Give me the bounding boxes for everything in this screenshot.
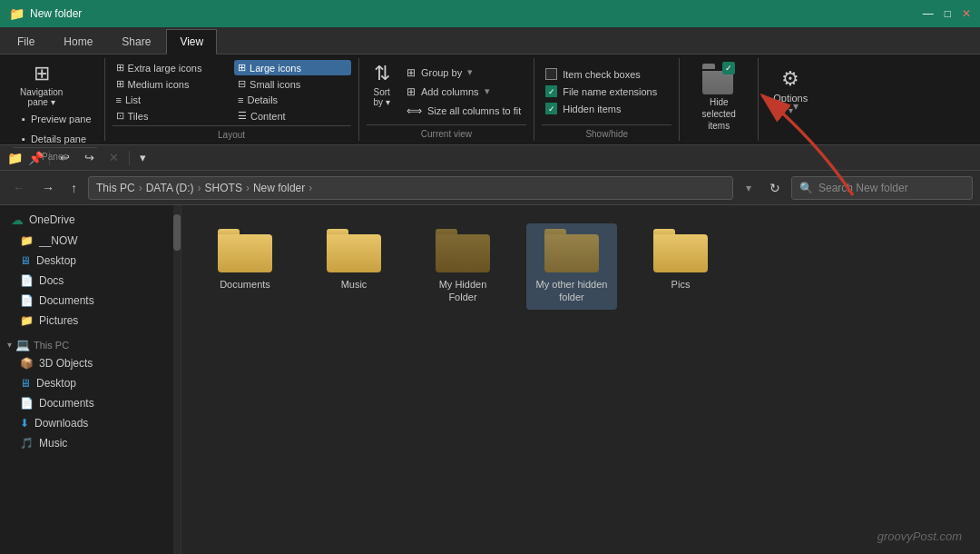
folder-hidden2-icon <box>544 229 599 272</box>
small-icons-button[interactable]: ⊟ Small icons <box>234 76 351 92</box>
item-checkboxes-button[interactable]: Item check boxes <box>542 66 644 82</box>
ribbon-group-options: ⚙ Options ▾ - <box>759 58 822 141</box>
this-pc-label: This PC <box>34 340 69 351</box>
details-button[interactable]: ≡ Details <box>234 93 351 107</box>
documents2-icon: 📄 <box>20 397 34 410</box>
details-pane-button[interactable]: ▪ Details pane <box>16 131 97 147</box>
extra-large-icon: ⊞ <box>116 62 124 74</box>
search-icon: 🔍 <box>799 182 813 194</box>
navigation-pane-button[interactable]: ⊞ Navigationpane ▾ <box>13 58 70 111</box>
sidebar-item-music[interactable]: 🎵 Music <box>0 433 181 453</box>
folder-pics[interactable]: Pics <box>635 223 726 310</box>
this-pc-arrow: ▾ <box>7 340 12 350</box>
sidebar-item-desktop[interactable]: 🖥 Desktop <box>0 251 181 271</box>
sidebar-scroll-thumb[interactable] <box>173 214 181 251</box>
quick-access-dropdown[interactable]: ▾ <box>135 149 151 166</box>
add-columns-button[interactable]: ⊞ Add columns ▾ <box>401 84 526 100</box>
3dobjects-label: 3D Objects <box>39 357 93 370</box>
sidebar-item-pictures[interactable]: 📁 Pictures <box>0 311 181 331</box>
quick-access-toolbar: 📁 📌 ↩ ↪ ✕ ▾ <box>0 145 980 171</box>
sidebar-item-documents[interactable]: 📄 Documents <box>0 291 181 311</box>
ribbon-group-showhide: Item check boxes File name extensions Hi… <box>534 58 680 141</box>
docs-icon: 📄 <box>20 274 34 287</box>
watermark: groovyPost.com <box>877 529 962 543</box>
main-area: ☁ OneDrive 📁 __NOW 🖥 Desktop 📄 Docs 📄 Do… <box>0 205 980 554</box>
folder-music-icon <box>327 229 381 272</box>
search-box[interactable]: 🔍 Search New folder <box>791 176 973 200</box>
sort-by-label: Sortby ▾ <box>374 87 390 107</box>
tab-file[interactable]: File <box>4 29 48 54</box>
layout-expand-button[interactable]: ▾ <box>793 100 799 113</box>
sidebar-scrollbar[interactable] <box>173 205 181 554</box>
sidebar-item-downloads[interactable]: ⬇ Downloads <box>0 413 181 433</box>
file-extensions-checkbox <box>545 85 557 97</box>
preview-pane-icon: ▪ <box>22 114 25 124</box>
documents-label: Documents <box>39 294 94 307</box>
title-bar: 📁 New folder — □ ✕ <box>0 0 980 27</box>
options-icon: ⚙ <box>781 67 799 91</box>
maximize-button[interactable]: □ <box>945 7 951 20</box>
forward-button[interactable]: → <box>36 178 60 198</box>
desktop2-icon: 🖥 <box>20 377 31 390</box>
sidebar-item-3dobjects[interactable]: 📦 3D Objects <box>0 353 181 373</box>
sidebar-item-docs[interactable]: 📄 Docs <box>0 271 181 291</box>
preview-pane-button[interactable]: ▪ Preview pane <box>16 111 97 127</box>
refresh-button[interactable]: ↻ <box>764 178 786 198</box>
tiles-button[interactable]: ⊡ Tiles <box>113 108 230 124</box>
folder-documents[interactable]: Documents <box>200 223 290 310</box>
options-button[interactable]: ⚙ Options ▾ <box>766 64 815 119</box>
up-button[interactable]: ↑ <box>65 178 83 198</box>
sidebar-item-onedrive[interactable]: ☁ OneDrive <box>0 209 181 231</box>
folder-hidden2-label: My other hiddenfolder <box>536 278 608 304</box>
show-hide-label: Show/hide <box>542 124 671 141</box>
sidebar-item-desktop2[interactable]: 🖥 Desktop <box>0 373 181 393</box>
hide-selected-items-button[interactable]: ✓ Hide selected items <box>687 58 750 135</box>
large-icon: ⊞ <box>238 62 246 74</box>
medium-icons-button[interactable]: ⊞ Medium icons <box>113 76 230 92</box>
tab-view[interactable]: View <box>166 29 217 54</box>
add-columns-icon: ⊞ <box>407 85 416 98</box>
ribbon-group-layout: ⊞ Extra large icons ⊞ Large icons ⊞ Medi… <box>105 58 359 141</box>
desktop-label: Desktop <box>36 254 76 267</box>
item-checkboxes-checkbox <box>545 68 557 80</box>
now-folder-icon: 📁 <box>20 234 34 247</box>
hidden-items-button[interactable]: Hidden items <box>542 101 624 116</box>
ribbon-group-panes: ⊞ Navigationpane ▾ ▪ Preview pane ▪ Deta… <box>5 58 105 141</box>
list-button[interactable]: ≡ List <box>113 93 230 107</box>
sidebar-item-documents2[interactable]: 📄 Documents <box>0 393 181 413</box>
address-path[interactable]: This PC › DATA (D:) › SHOTS › New folder… <box>88 176 733 200</box>
content-icon: ☰ <box>238 110 247 122</box>
folder-music[interactable]: Music <box>309 223 399 310</box>
path-thispc[interactable]: This PC <box>96 182 135 194</box>
onedrive-label: OneDrive <box>29 213 75 226</box>
file-extensions-button[interactable]: File name extensions <box>542 84 661 99</box>
path-data[interactable]: DATA (D:) <box>146 182 194 194</box>
folder-hidden2[interactable]: My other hiddenfolder <box>526 223 617 310</box>
path-folder[interactable]: New folder <box>253 182 305 194</box>
group-by-button[interactable]: ⊞ Group by ▾ <box>401 64 526 81</box>
ribbon-tabs: File Home Share View <box>0 27 980 54</box>
content-button[interactable]: ☰ Content <box>234 108 351 124</box>
this-pc-icon: 💻 <box>15 338 30 351</box>
tab-share[interactable]: Share <box>108 29 164 54</box>
tab-home[interactable]: Home <box>50 29 106 54</box>
extra-large-icons-button[interactable]: ⊞ Extra large icons <box>113 60 230 75</box>
sidebar-item-now[interactable]: 📁 __NOW <box>0 231 181 251</box>
sort-by-button[interactable]: ⇅ Sortby ▾ <box>367 58 397 124</box>
folder-music-label: Music <box>341 278 368 291</box>
path-shots[interactable]: SHOTS <box>205 182 242 194</box>
minimize-button[interactable]: — <box>923 7 934 20</box>
close-button[interactable]: ✕ <box>962 7 971 20</box>
address-chevron[interactable]: ▾ <box>739 179 759 197</box>
size-columns-icon: ⟺ <box>407 104 422 117</box>
size-columns-button[interactable]: ⟺ Size all columns to fit <box>401 103 526 119</box>
music-icon: 🎵 <box>20 437 34 450</box>
large-icons-button[interactable]: ⊞ Large icons <box>234 60 351 75</box>
sidebar-section-thispc[interactable]: ▾ 💻 This PC <box>0 331 181 353</box>
folder-hidden1-label: My HiddenFolder <box>439 278 487 304</box>
back-button: ← <box>7 178 31 198</box>
docs-label: Docs <box>39 274 64 287</box>
folder-hidden1[interactable]: My HiddenFolder <box>417 223 508 310</box>
search-placeholder: Search New folder <box>818 182 908 194</box>
details-pane-icon: ▪ <box>22 134 25 144</box>
